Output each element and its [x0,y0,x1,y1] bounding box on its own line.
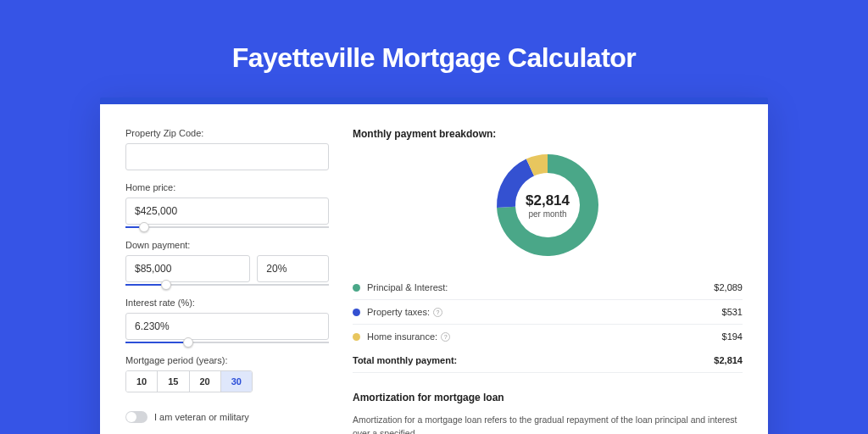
period-option-10[interactable]: 10 [126,371,158,392]
info-icon[interactable]: ? [433,308,442,317]
legend-dot [353,309,360,316]
price-slider-thumb[interactable] [139,222,149,232]
down-slider[interactable] [125,284,329,286]
rate-slider-thumb[interactable] [183,337,193,348]
amort-body: Amortization for a mortgage loan refers … [353,414,743,434]
zip-label: Property Zip Code: [125,128,329,138]
period-option-30[interactable]: 30 [221,371,252,392]
price-label: Home price: [125,182,329,192]
total-value: $2,814 [714,355,743,365]
down-amount-input[interactable] [125,255,250,282]
veteran-label: I am veteran or military [154,412,249,422]
period-option-20[interactable]: 20 [190,371,221,392]
breakdown-item-label: Home insurance: [367,331,437,342]
breakdown-row: Property taxes:?$531 [353,300,743,325]
breakdown-heading: Monthly payment breakdown: [353,128,743,140]
total-label: Total monthly payment: [353,355,457,365]
amort-heading: Amortization for mortgage loan [353,392,743,403]
rate-label: Interest rate (%): [125,298,329,308]
veteran-toggle[interactable] [125,411,147,423]
breakdown-item-label: Property taxes: [367,307,430,317]
breakdown-donut-chart: $2,814 per month [492,150,603,260]
rate-input[interactable] [125,313,329,340]
breakdown-row: Home insurance:?$194 [353,325,743,348]
info-icon[interactable]: ? [441,332,450,342]
donut-center-sub: per month [528,209,566,219]
breakdown-item-value: $2,089 [714,282,743,292]
period-option-15[interactable]: 15 [158,371,189,392]
breakdown-item-label: Principal & Interest: [367,282,448,292]
down-label: Down payment: [125,240,329,250]
period-group: 10152030 [125,370,253,392]
rate-slider[interactable] [125,342,329,343]
legend-dot [353,284,360,292]
down-percent-input[interactable] [257,255,329,282]
legend-dot [353,333,360,341]
period-label: Mortgage period (years): [125,355,329,365]
breakdown-row: Principal & Interest:$2,089 [353,275,743,300]
breakdown-item-value: $194 [722,331,743,342]
down-slider-thumb[interactable] [161,280,171,290]
inputs-panel: Property Zip Code: Home price: Down paym… [125,128,329,434]
page-title: Fayetteville Mortgage Calculator [0,42,868,74]
total-row: Total monthly payment: $2,814 [353,348,743,373]
price-slider[interactable] [125,226,329,228]
breakdown-item-value: $531 [722,307,743,317]
breakdown-panel: Monthly payment breakdown: $2,814 per mo… [353,128,743,434]
zip-input[interactable] [125,143,329,170]
calculator-card: Property Zip Code: Home price: Down paym… [100,97,768,434]
price-input[interactable] [125,198,329,225]
donut-center-value: $2,814 [526,192,570,209]
